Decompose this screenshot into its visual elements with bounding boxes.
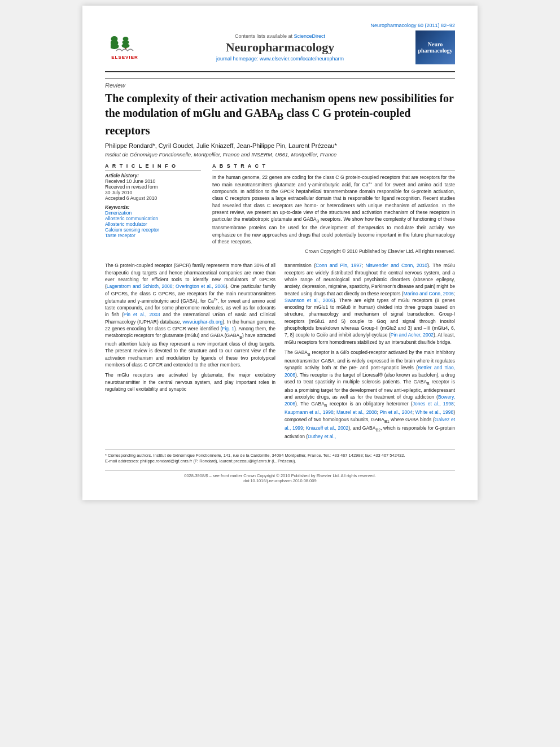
journal-center: Contents lists available at ScienceDirec… (145, 33, 415, 62)
body-columns: The G protein-coupled receptor (GPCR) fa… (105, 262, 455, 443)
ref-pin-acher[interactable]: Pin and Acher, 2002 (391, 332, 434, 338)
sciencedirect-link[interactable]: ScienceDirect (294, 33, 326, 39)
body-para-1: The G protein-coupled receptor (GPCR) fa… (105, 262, 275, 368)
keyword-calcium: Calcium sensing receptor (105, 227, 201, 233)
ref-maurel[interactable]: Maurel et al., 2008 (336, 409, 377, 415)
ref-iuphar[interactable]: www.iuphar-db.org (182, 319, 222, 325)
affiliation: Institut de Génomique Fonctionnelle, Mon… (105, 151, 455, 158)
keyword-allosteric-comm: Allosteric communication (105, 216, 201, 221)
ref-pin2003[interactable]: Pin et al., 2003 (124, 312, 160, 317)
elsevier-logo: ELSEVIER (105, 33, 145, 62)
ref-lagerstrom[interactable]: Lagerstrom and Schioth, 2008 (107, 283, 173, 289)
footnote-area: * Corresponding authors. Institut de Gén… (105, 449, 455, 465)
journal-header: ELSEVIER Contents lists available at Sci… (105, 30, 455, 72)
journal-cover-image: Neuro pharmacology (415, 30, 455, 64)
journal-reference: Neuropharmacology 60 (2011) 82–92 (105, 23, 455, 28)
article-info-section: A R T I C L E I N F O Article history: R… (105, 163, 201, 255)
journal-banner: ELSEVIER Contents lists available at Sci… (105, 30, 455, 64)
ref-swanson[interactable]: Swanson et al., 2005 (285, 298, 334, 303)
contents-text: Contents lists available at (235, 33, 294, 39)
accepted-date: Accepted 6 August 2010 (105, 195, 201, 201)
ref-niswender[interactable]: Niswender and Conn, 2010 (366, 263, 427, 268)
authors: Philippe Rondard*, Cyril Goudet, Julie K… (105, 142, 455, 149)
received1: Received 10 June 2010 (105, 178, 201, 184)
body-para-3: transmission (Conn and Pin, 1997; Niswen… (285, 262, 455, 346)
article-info-heading: A R T I C L E I N F O (105, 163, 201, 171)
history-section: Article history: Received 10 June 2010 R… (105, 173, 201, 201)
doi: doi:10.1016/j.neuropharm.2010.08.009 (105, 478, 455, 483)
received-revised-date: 30 July 2010 (105, 190, 201, 195)
keyword-taste: Taste receptor (105, 233, 201, 238)
journal-title-display: Neuropharmacology (145, 40, 415, 55)
body-col-right: transmission (Conn and Pin, 1997; Niswen… (285, 262, 455, 443)
abstract-heading: A B S T R A C T (212, 163, 455, 171)
svg-point-7 (122, 43, 130, 48)
ref-marino[interactable]: Marino and Conn, 2006 (404, 291, 454, 296)
ref-bettler[interactable]: Bettler and Tiao, 2006 (285, 365, 455, 377)
keywords-section: Keywords: Dimerization Allosteric commun… (105, 204, 201, 238)
abstract-section: A B S T R A C T In the human genome, 22 … (212, 163, 455, 255)
ref-white[interactable]: White et al., 1998 (415, 409, 453, 415)
journal-homepage: journal homepage: www.elsevier.com/locat… (145, 56, 415, 62)
ref-overington[interactable]: Overington et al., 2006 (176, 283, 226, 289)
keywords-label: Keywords: (105, 204, 201, 210)
page: Neuropharmacology 60 (2011) 82–92 ELSEVI… (82, 6, 478, 500)
received-revised: Received in revised form (105, 184, 201, 190)
ref-jones[interactable]: Jones et al., 1998 (413, 401, 454, 407)
elsevier-tree-icon (111, 35, 139, 55)
ref-pin2004[interactable]: Pin et al., 2004 (380, 409, 413, 415)
abstract-text: In the human genome, 22 genes are coding… (212, 174, 455, 246)
footnote-2: E-mail addresses: philippe.rondard@igf.c… (105, 458, 455, 465)
ref-kaupmann[interactable]: Kaupmann et al., 1998 (285, 409, 334, 415)
section-label: Review (105, 78, 455, 89)
ref-kniazeff[interactable]: Kniazeff et al., 2002 (306, 425, 349, 431)
footer-text: 0028-3908/$ – see front matter Crown Cop… (105, 473, 455, 478)
footnote-1: * Corresponding authors. Institut de Gén… (105, 453, 455, 459)
copyright-text: Crown Copyright © 2010 Published by Else… (212, 248, 455, 254)
ref-fig1[interactable]: Fig. 1 (222, 326, 234, 331)
history-label: Article history: (105, 173, 201, 178)
body-para-4: The GABAB receptor is a Gi/o coupled-rec… (285, 349, 455, 440)
ref-conn1997[interactable]: Conn and Pin, 1997 (316, 263, 362, 268)
ref-duthey[interactable]: Duthey et al., (308, 434, 336, 439)
keyword-allosteric-mod: Allosteric modulator (105, 221, 201, 227)
body-para-2: The mGlu receptors are activated by glut… (105, 372, 275, 392)
article-info-abstract: A R T I C L E I N F O Article history: R… (105, 163, 455, 255)
body-col-left: The G protein-coupled receptor (GPCR) fa… (105, 262, 275, 443)
sciencedirect-line: Contents lists available at ScienceDirec… (145, 33, 415, 39)
elsevier-label: ELSEVIER (111, 55, 138, 60)
article-title: The complexity of their activation mecha… (105, 91, 455, 138)
keyword-dimerization: Dimerization (105, 210, 201, 216)
footer: 0028-3908/$ – see front matter Crown Cop… (105, 470, 455, 483)
keywords-list: Dimerization Allosteric communication Al… (105, 210, 201, 238)
body-section: The G protein-coupled receptor (GPCR) fa… (105, 262, 455, 483)
